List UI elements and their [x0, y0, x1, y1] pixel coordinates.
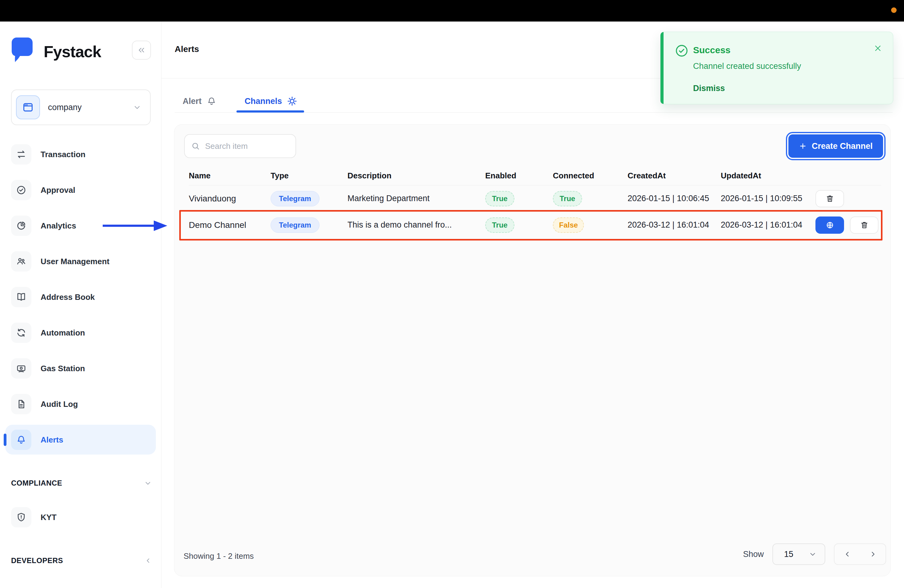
section-label: DEVELOPERS: [11, 556, 63, 565]
tab-bar: Alert Channels: [175, 90, 297, 112]
cell-created-at: 2026-03-12 | 16:01:04: [627, 220, 721, 230]
type-badge: Telegram: [270, 217, 319, 233]
sidebar-item-user-management[interactable]: User Management: [0, 243, 161, 279]
active-tab-underline: [237, 111, 304, 112]
column-header-updatedat: UpdatedAt: [721, 171, 815, 180]
sidebar-item-gas-station[interactable]: Gas Station: [0, 351, 161, 386]
previous-page-button[interactable]: [838, 545, 857, 563]
cell-type: Telegram: [270, 217, 348, 233]
column-header-enabled: Enabled: [485, 171, 553, 180]
cell-description: This is a demo channel fro...: [348, 220, 485, 230]
sync-icon: [11, 322, 32, 343]
tab-channels[interactable]: Channels: [245, 96, 298, 106]
sidebar-item-audit-log[interactable]: Audit Log: [0, 386, 161, 422]
sidebar-item-kyt[interactable]: KYT: [0, 499, 161, 535]
sidebar-item-transaction[interactable]: Transaction: [0, 136, 161, 172]
cell-actions: [815, 217, 881, 234]
column-header-connected: Connected: [553, 171, 627, 180]
table-header-row: Name Type Description Enabled Connected …: [189, 166, 881, 185]
sidebar-item-label: Analytics: [41, 221, 76, 231]
chevron-down-icon: [809, 550, 817, 558]
search-input[interactable]: [205, 141, 282, 151]
chevron-left-icon: [144, 557, 152, 564]
check-circle-icon: [11, 180, 32, 200]
system-top-bar: [0, 0, 904, 22]
cell-actions: [815, 190, 881, 207]
delete-channel-button[interactable]: [815, 190, 844, 207]
search-box: [184, 134, 296, 158]
cell-name: Vivianduong: [189, 194, 270, 204]
document-icon: [11, 394, 32, 414]
page-size-value: 15: [784, 550, 793, 559]
type-badge: Telegram: [270, 191, 319, 206]
sidebar-item-label: Address Book: [41, 292, 95, 302]
sidebar-collapse-button[interactable]: [132, 41, 151, 60]
channels-panel: Create Channel Name Type Description Ena…: [174, 124, 891, 576]
table-row[interactable]: Demo Channel Telegram This is a demo cha…: [189, 212, 881, 238]
sidebar-item-label: Approval: [41, 185, 75, 195]
create-channel-button[interactable]: Create Channel: [789, 134, 883, 158]
sidebar-nav: Transaction Approval Analytics User Mana…: [0, 136, 161, 458]
chevron-down-icon: [133, 103, 141, 112]
trash-icon: [826, 194, 834, 203]
column-header-description: Description: [348, 171, 485, 180]
cell-updated-at: 2026-03-12 | 16:01:04: [721, 220, 815, 230]
cell-connected: False: [553, 217, 627, 233]
search-icon: [191, 141, 200, 151]
plus-icon: [799, 142, 807, 150]
cell-type: Telegram: [270, 191, 348, 206]
cell-updated-at: 2026-01-15 | 10:09:55: [721, 194, 815, 203]
workspace-selector[interactable]: company: [11, 90, 151, 125]
sidebar-item-label: Alerts: [41, 435, 63, 445]
sidebar-item-approval[interactable]: Approval: [0, 172, 161, 208]
chevron-down-icon: [144, 479, 152, 487]
app-window: Fystack company Transaction Approval: [0, 0, 904, 588]
cell-description: Marketing Department: [348, 194, 485, 203]
brand-name: Fystack: [44, 43, 101, 61]
banknote-icon: [11, 358, 32, 379]
swap-arrows-icon: [11, 144, 32, 164]
toast-dismiss-button[interactable]: Dismiss: [693, 84, 725, 93]
success-toast: Success Channel created successfully Dis…: [660, 32, 893, 104]
users-icon: [11, 251, 32, 272]
sidebar-item-label: Gas Station: [41, 364, 85, 373]
toast-message: Channel created successfully: [693, 62, 801, 71]
tab-alert[interactable]: Alert: [183, 96, 217, 106]
pagination-controls: Show 15: [743, 544, 886, 565]
channels-table: Name Type Description Enabled Connected …: [189, 166, 881, 238]
sidebar-item-address-book[interactable]: Address Book: [0, 279, 161, 315]
chevron-left-icon: [844, 550, 852, 558]
cell-name: Demo Channel: [189, 220, 270, 230]
column-header-createdat: CreatedAt: [627, 171, 721, 180]
brand-header: Fystack: [0, 22, 161, 78]
pager: [834, 544, 886, 565]
section-label: COMPLIANCE: [11, 479, 62, 487]
sidebar-item-label: Transaction: [41, 150, 85, 159]
fystack-logo-icon: [12, 38, 33, 62]
sidebar-item-label: Audit Log: [41, 400, 78, 409]
next-page-button[interactable]: [864, 545, 882, 563]
cell-created-at: 2026-01-15 | 10:06:45: [627, 194, 721, 203]
close-icon[interactable]: [873, 44, 882, 53]
bell-icon: [11, 430, 32, 450]
cell-connected: True: [553, 191, 627, 206]
enabled-badge: True: [485, 217, 514, 233]
pie-chart-icon: [11, 216, 32, 236]
create-channel-focus-ring: Create Channel: [786, 132, 885, 160]
delete-channel-button[interactable]: [850, 217, 879, 234]
sidebar-item-automation[interactable]: Automation: [0, 315, 161, 351]
bell-icon: [207, 96, 217, 106]
sidebar-item-alerts[interactable]: Alerts: [0, 422, 161, 458]
table-row[interactable]: Vivianduong Telegram Marketing Departmen…: [189, 185, 881, 212]
browser-window-icon: [16, 95, 40, 119]
tab-label: Alert: [183, 96, 202, 106]
sidebar-section-compliance[interactable]: COMPLIANCE: [11, 476, 152, 490]
connect-channel-button[interactable]: [815, 217, 844, 234]
show-label: Show: [743, 550, 764, 559]
column-header-name: Name: [189, 171, 270, 180]
check-circle-icon: [675, 44, 689, 58]
page-size-select[interactable]: 15: [773, 544, 825, 565]
column-header-type: Type: [270, 171, 348, 180]
sidebar-item-analytics[interactable]: Analytics: [0, 208, 161, 243]
sidebar-section-developers[interactable]: DEVELOPERS: [11, 553, 152, 568]
